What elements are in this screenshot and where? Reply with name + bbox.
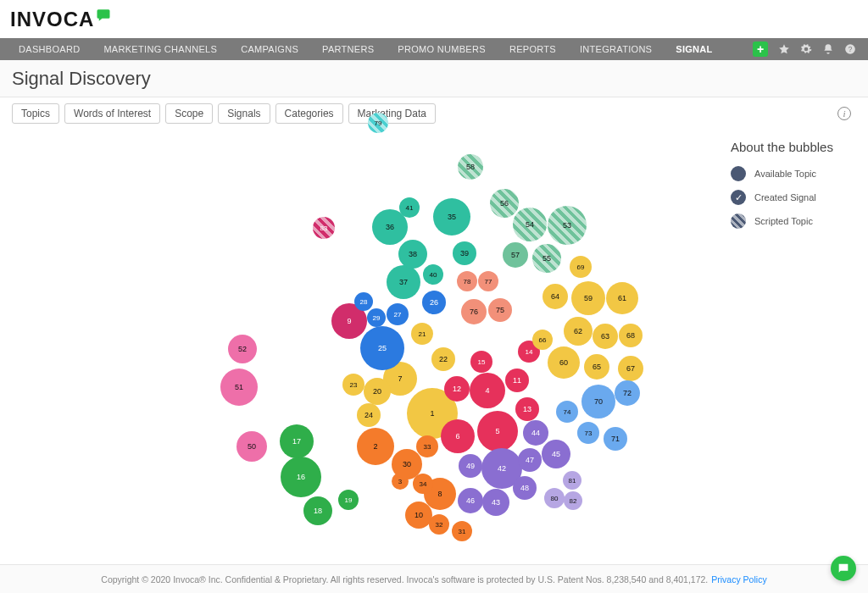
bubble-67[interactable]: 67 bbox=[618, 356, 643, 381]
bubble-19[interactable]: 19 bbox=[338, 490, 359, 510]
bubble-32[interactable]: 32 bbox=[429, 514, 449, 535]
bubble-82[interactable]: 82 bbox=[564, 491, 582, 510]
bubble-76[interactable]: 76 bbox=[461, 299, 487, 324]
bubble-68[interactable]: 68 bbox=[619, 324, 643, 347]
bubble-70[interactable]: 70 bbox=[581, 385, 615, 418]
bubble-49[interactable]: 49 bbox=[459, 454, 482, 478]
bubble-63[interactable]: 63 bbox=[593, 324, 618, 349]
nav-item-marketing-channels[interactable]: MARKETING CHANNELS bbox=[92, 38, 229, 60]
bubble-53[interactable]: 53 bbox=[548, 206, 587, 245]
bubble-22[interactable]: 22 bbox=[431, 347, 455, 371]
bubble-40[interactable]: 40 bbox=[423, 264, 443, 285]
bubble-11[interactable]: 11 bbox=[505, 369, 529, 392]
bubble-45[interactable]: 45 bbox=[542, 440, 570, 468]
bubble-41[interactable]: 41 bbox=[399, 197, 420, 218]
bubble-43[interactable]: 43 bbox=[482, 489, 509, 516]
bubble-73[interactable]: 73 bbox=[577, 422, 599, 444]
bubble-44[interactable]: 44 bbox=[523, 420, 548, 446]
footer-text: Copyright © 2020 Invoca® Inc. Confidenti… bbox=[101, 574, 708, 585]
bubble-34[interactable]: 34 bbox=[413, 474, 433, 494]
svg-text:?: ? bbox=[849, 46, 853, 53]
bubble-6[interactable]: 6 bbox=[441, 419, 475, 453]
bubble-48[interactable]: 48 bbox=[513, 476, 537, 500]
nav-item-integrations[interactable]: INTEGRATIONS bbox=[568, 38, 664, 60]
chat-icon bbox=[837, 562, 850, 575]
bubble-69[interactable]: 69 bbox=[570, 256, 592, 278]
bubble-13[interactable]: 13 bbox=[515, 397, 539, 421]
bubble-33[interactable]: 33 bbox=[416, 435, 438, 457]
bubble-26[interactable]: 26 bbox=[422, 291, 446, 314]
add-button[interactable]: + bbox=[753, 42, 768, 57]
bubble-72[interactable]: 72 bbox=[615, 380, 640, 406]
bubble-65[interactable]: 65 bbox=[584, 354, 609, 380]
bubble-57[interactable]: 57 bbox=[503, 242, 528, 268]
bubble-28[interactable]: 28 bbox=[354, 292, 373, 311]
bubble-37[interactable]: 37 bbox=[387, 265, 420, 299]
bubble-56[interactable]: 56 bbox=[490, 189, 519, 218]
nav-item-signal[interactable]: SIGNAL bbox=[664, 38, 724, 60]
filter-marketing-data[interactable]: Marketing Data bbox=[348, 103, 436, 124]
filter-signals[interactable]: Signals bbox=[218, 103, 270, 124]
bubble-15[interactable]: 15 bbox=[470, 351, 492, 373]
bubble-25[interactable]: 25 bbox=[360, 326, 404, 370]
bubble-17[interactable]: 17 bbox=[280, 424, 314, 458]
bubble-5[interactable]: 5 bbox=[477, 411, 518, 452]
bubble-55[interactable]: 55 bbox=[532, 244, 561, 273]
bubble-31[interactable]: 31 bbox=[452, 521, 472, 541]
bubble-60[interactable]: 60 bbox=[548, 346, 580, 379]
gear-icon[interactable] bbox=[800, 43, 812, 55]
info-icon[interactable]: i bbox=[837, 107, 851, 120]
nav-item-promo-numbers[interactable]: PROMO NUMBERS bbox=[386, 38, 498, 60]
bubble-4[interactable]: 4 bbox=[470, 373, 505, 408]
bubble-83[interactable]: 83 bbox=[313, 217, 335, 239]
privacy-link[interactable]: Privacy Policy bbox=[711, 574, 766, 585]
help-icon[interactable]: ? bbox=[844, 43, 856, 55]
bubble-59[interactable]: 59 bbox=[571, 281, 605, 315]
bubble-18[interactable]: 18 bbox=[303, 496, 332, 525]
bubble-66[interactable]: 66 bbox=[532, 330, 553, 350]
nav-item-reports[interactable]: REPORTS bbox=[498, 38, 568, 60]
bubble-77[interactable]: 77 bbox=[478, 271, 498, 291]
bell-icon[interactable] bbox=[822, 43, 834, 55]
swatch-available-icon bbox=[731, 166, 746, 181]
bubble-52[interactable]: 52 bbox=[228, 335, 257, 363]
star-icon[interactable] bbox=[778, 43, 790, 55]
nav-item-campaigns[interactable]: CAMPAIGNS bbox=[229, 38, 310, 60]
bubble-39[interactable]: 39 bbox=[453, 241, 476, 265]
bubble-12[interactable]: 12 bbox=[444, 376, 470, 402]
bubble-61[interactable]: 61 bbox=[606, 282, 638, 314]
bubble-27[interactable]: 27 bbox=[387, 303, 409, 325]
chat-fab[interactable] bbox=[831, 556, 856, 581]
bubble-81[interactable]: 81 bbox=[563, 471, 581, 490]
bubble-24[interactable]: 24 bbox=[357, 403, 381, 427]
bubble-35[interactable]: 35 bbox=[433, 198, 470, 236]
legend-created-label: Created Signal bbox=[754, 192, 816, 202]
filter-topics[interactable]: Topics bbox=[12, 103, 59, 124]
bubble-16[interactable]: 16 bbox=[281, 457, 321, 497]
bubble-50[interactable]: 50 bbox=[236, 431, 267, 462]
bubble-23[interactable]: 23 bbox=[342, 374, 364, 396]
bubble-51[interactable]: 51 bbox=[220, 369, 258, 406]
nav-item-dashboard[interactable]: DASHBOARD bbox=[7, 38, 92, 60]
filter-words-of-interest[interactable]: Words of Interest bbox=[64, 103, 160, 124]
bubble-75[interactable]: 75 bbox=[488, 298, 512, 322]
bubble-80[interactable]: 80 bbox=[544, 488, 565, 508]
bubble-38[interactable]: 38 bbox=[398, 240, 427, 269]
bubble-21[interactable]: 21 bbox=[411, 323, 433, 345]
filter-scope[interactable]: Scope bbox=[165, 103, 213, 124]
bubble-78[interactable]: 78 bbox=[457, 271, 477, 291]
bubble-62[interactable]: 62 bbox=[564, 317, 593, 346]
bubble-47[interactable]: 47 bbox=[518, 448, 542, 472]
bubble-64[interactable]: 64 bbox=[542, 284, 568, 309]
bubble-79[interactable]: 79 bbox=[368, 113, 388, 133]
filter-categories[interactable]: Categories bbox=[275, 103, 343, 124]
bubble-58[interactable]: 58 bbox=[458, 154, 483, 180]
bubble-29[interactable]: 29 bbox=[367, 308, 386, 327]
bubble-2[interactable]: 2 bbox=[357, 428, 394, 465]
nav-item-partners[interactable]: PARTNERS bbox=[310, 38, 386, 60]
bubble-74[interactable]: 74 bbox=[556, 401, 578, 423]
bubble-54[interactable]: 54 bbox=[513, 208, 547, 241]
bubble-71[interactable]: 71 bbox=[604, 427, 627, 451]
bubble-46[interactable]: 46 bbox=[458, 488, 483, 513]
bubble-20[interactable]: 20 bbox=[364, 378, 391, 405]
